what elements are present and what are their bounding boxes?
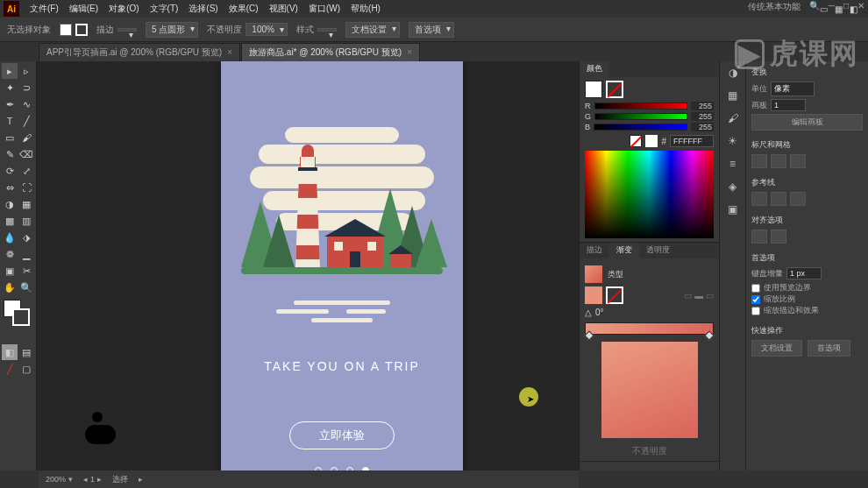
grid-icon-btn[interactable] — [771, 154, 786, 168]
g-slider[interactable] — [594, 113, 687, 120]
key-increment-input[interactable]: 1 px — [786, 267, 822, 279]
magic-wand-tool[interactable]: ✦ — [2, 80, 18, 95]
white-swatch[interactable] — [645, 135, 658, 147]
canvas[interactable]: TAKE YOU ON A TRIP 立即体验 ➤ — [37, 61, 579, 470]
layers-icon[interactable]: ◈ — [725, 179, 741, 194]
transparency-grid-icon-btn[interactable] — [790, 154, 806, 168]
doc-tab-2[interactable]: 旅游商品.ai* @ 200% (RGB/GPU 预览)× — [241, 43, 420, 61]
blend-tool[interactable]: ⬗ — [18, 230, 34, 245]
guides-btn-3[interactable] — [790, 192, 806, 206]
snap-btn-2[interactable] — [771, 230, 786, 244]
transparency-tab[interactable]: 透明度 — [639, 243, 677, 258]
snap-btn-1[interactable] — [751, 230, 767, 244]
brush-dropdown[interactable]: 5 点圆形 — [146, 22, 198, 38]
paintbrush-tool[interactable]: 🖌 — [18, 130, 34, 145]
zoom-tool[interactable]: 🔍 — [18, 279, 34, 295]
brushes-icon[interactable]: 🖌 — [725, 110, 741, 126]
menu-view[interactable]: 视图(V) — [264, 3, 303, 15]
column-graph-tool[interactable]: ▁ — [18, 246, 34, 262]
perspective-tool[interactable]: ▦ — [18, 196, 34, 212]
grad-fill-swatch[interactable] — [585, 286, 602, 304]
grad-stroke-swatch[interactable] — [606, 286, 623, 304]
color-mode[interactable]: ◧ — [2, 344, 18, 360]
stroke-swatch[interactable] — [75, 24, 88, 36]
doc-setup-button[interactable]: 文档设置 — [345, 22, 400, 38]
g-value[interactable]: 255 — [691, 112, 714, 121]
eyedropper-tool[interactable]: 💧 — [2, 230, 18, 245]
menu-edit[interactable]: 编辑(E) — [64, 3, 103, 15]
angle-value[interactable]: 0° — [595, 308, 604, 317]
eraser-tool[interactable]: ⌫ — [18, 146, 34, 162]
gradient-mode[interactable]: ▤ — [18, 344, 34, 360]
width-tool[interactable]: ⇔ — [2, 180, 18, 195]
swatches-icon[interactable]: ▦ — [725, 88, 741, 103]
preview-bounds-checkbox[interactable] — [751, 284, 760, 293]
panel-fill-swatch[interactable] — [585, 81, 602, 98]
r-value[interactable]: 255 — [691, 102, 714, 110]
menu-file[interactable]: 文件(F) — [25, 3, 64, 15]
pen-tool[interactable]: ✒ — [2, 96, 18, 112]
close-icon[interactable]: ✕ — [857, 1, 864, 13]
edit-artboard-button[interactable]: 编辑画板 — [751, 114, 863, 131]
panel-stroke-swatch[interactable] — [606, 81, 623, 98]
none-swatch[interactable] — [630, 135, 642, 147]
gradient-tool[interactable]: ▥ — [18, 213, 34, 229]
fill-stroke-swatches[interactable] — [2, 300, 34, 343]
lasso-tool[interactable]: ⊃ — [18, 80, 34, 95]
b-value[interactable]: 255 — [691, 123, 714, 131]
symbol-sprayer-tool[interactable]: ❁ — [2, 246, 18, 262]
color-spectrum[interactable] — [585, 151, 714, 238]
curvature-tool[interactable]: ∿ — [18, 96, 34, 112]
guides-btn-2[interactable] — [771, 192, 786, 206]
menu-select[interactable]: 选择(S) — [183, 3, 223, 15]
screen-mode[interactable]: ▢ — [18, 361, 34, 377]
mesh-tool[interactable]: ▩ — [2, 213, 18, 229]
fill-swatch[interactable] — [60, 24, 72, 36]
free-transform-tool[interactable]: ⛶ — [18, 180, 34, 195]
doc-tab-1[interactable]: APP引导页插画.ai @ 200% (RGB/GPU 预览)× — [39, 43, 240, 61]
menu-type[interactable]: 文字(T) — [145, 3, 184, 15]
menu-help[interactable]: 帮助(H) — [345, 3, 386, 15]
rotate-tool[interactable]: ⟳ — [2, 163, 18, 179]
scale-strokes-checkbox[interactable] — [751, 307, 760, 315]
workspace-switcher[interactable]: 传统基本功能 — [748, 1, 800, 13]
style-dropdown[interactable] — [317, 28, 337, 32]
gradient-stop[interactable] — [584, 330, 594, 340]
b-slider[interactable] — [594, 124, 687, 131]
cta-button[interactable]: 立即体验 — [289, 421, 395, 449]
shape-builder-tool[interactable]: ◑ — [2, 196, 18, 212]
stroke-icon[interactable]: ≡ — [725, 156, 741, 172]
artboard-count[interactable]: 1 — [771, 99, 806, 111]
menu-effect[interactable]: 效果(C) — [224, 3, 264, 15]
menu-object[interactable]: 对象(O) — [103, 3, 144, 15]
search-icon[interactable]: 🔍 — [809, 1, 820, 13]
shaper-tool[interactable]: ✎ — [2, 146, 18, 162]
gradient-slider[interactable] — [585, 322, 714, 335]
symbols-icon[interactable]: ☀ — [725, 133, 741, 149]
gradient-stop[interactable] — [704, 330, 714, 340]
opacity-dropdown[interactable]: 100% — [245, 23, 288, 36]
scale-tool[interactable]: ⤢ — [18, 163, 34, 179]
stroke-tab[interactable]: 描边 — [580, 243, 609, 258]
slice-tool[interactable]: ✂ — [18, 263, 34, 279]
minimize-icon[interactable]: ─ — [829, 1, 835, 13]
maximize-icon[interactable]: □ — [843, 1, 849, 13]
hand-tool[interactable]: ✋ — [2, 279, 18, 295]
prefs-quick-button[interactable]: 首选项 — [808, 340, 850, 357]
hex-input[interactable] — [670, 135, 714, 147]
menu-window[interactable]: 窗口(W) — [303, 3, 345, 15]
gradient-tab[interactable]: 渐变 — [609, 243, 639, 258]
direct-selection-tool[interactable]: ▹ — [18, 63, 34, 79]
prefs-button[interactable]: 首选项 — [409, 22, 454, 38]
color-tab[interactable]: 颜色 — [580, 61, 609, 77]
close-icon[interactable]: × — [227, 47, 232, 57]
rectangle-tool[interactable]: ▭ — [2, 130, 18, 145]
scale-corners-checkbox[interactable] — [751, 295, 760, 304]
artboard-tool[interactable]: ▣ — [2, 263, 18, 279]
r-slider[interactable] — [594, 103, 688, 110]
ruler-icon-btn[interactable] — [751, 154, 767, 168]
artboard-nav[interactable]: 1 — [90, 475, 95, 484]
gradient-swatch[interactable] — [585, 265, 602, 283]
color-guide-icon[interactable]: ◑ — [725, 65, 741, 81]
stroke-color[interactable] — [12, 308, 30, 326]
